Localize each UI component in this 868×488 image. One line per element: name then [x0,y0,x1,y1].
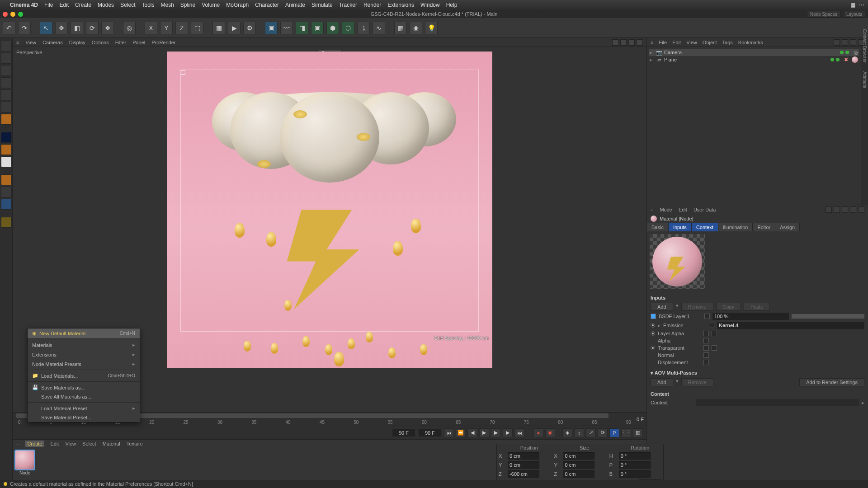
om-tags[interactable]: Tags [722,40,733,45]
vp-options[interactable]: Options [92,40,109,45]
edge-mode-icon[interactable] [1,89,12,100]
menu-spline[interactable]: Spline [180,2,195,8]
step-back-icon[interactable]: ⏪ [456,428,466,437]
redo-icon[interactable]: ↷ [18,22,31,34]
move-tool-icon[interactable]: ✥ [55,22,68,34]
content-browser-tab[interactable]: Content Browser [862,29,867,62]
material-thumb[interactable] [14,450,35,470]
enable-check[interactable] [651,314,656,319]
vp-panel[interactable]: Panel [132,40,145,45]
menu-create[interactable]: Create [75,2,91,8]
am-userdata[interactable]: User Data [693,207,716,212]
menu-volume[interactable]: Volume [202,2,220,8]
goto-end-icon[interactable]: ⏭ [514,428,524,437]
y-axis-icon[interactable]: Y [160,22,173,34]
radio-icon[interactable] [651,346,655,350]
rotate-tool-icon[interactable]: ⟳ [86,22,99,34]
remove-button[interactable]: Remove [681,303,713,311]
next-frame-icon[interactable]: ▶ [503,428,513,437]
size-z-field[interactable] [563,470,594,478]
attribute-tab[interactable]: Attribute [862,71,867,88]
tab-context[interactable]: Context [692,223,718,231]
coord-icon[interactable]: ⬚ [191,22,203,34]
polygon-mode-icon[interactable] [1,102,12,113]
om-view[interactable]: View [686,40,697,45]
om-file[interactable]: File [659,40,667,45]
menu-simulate[interactable]: Simulate [311,2,333,8]
x-axis-icon[interactable]: X [145,22,157,34]
am-lock-icon[interactable] [842,206,848,213]
tray-icon[interactable]: ▦ [850,2,855,8]
menu-extensions[interactable]: Extensions [387,2,414,8]
render-active-icon[interactable]: ▶ [228,22,241,34]
snap-icon[interactable] [1,144,12,155]
light-icon[interactable]: 💡 [425,22,438,34]
vp-prorender[interactable]: ProRender [151,40,175,45]
axis-icon[interactable] [1,114,12,125]
menu-modes[interactable]: Modes [98,2,114,8]
render-view-icon[interactable]: ▦ [212,22,225,34]
radio-icon[interactable] [651,323,655,328]
tab-inputs[interactable]: Inputs [669,223,692,231]
mat-menu-select[interactable]: Select [82,441,96,446]
snap-icon[interactable] [1,132,12,143]
key-param-icon[interactable]: P [609,428,619,437]
key-scale-icon[interactable]: ⤢ [586,428,596,437]
key-rot-icon[interactable]: ⟳ [598,428,608,437]
pos-y-field[interactable] [508,461,539,469]
prev-frame-icon[interactable]: ◀ [467,428,477,437]
model-mode-icon[interactable] [1,41,12,52]
close-icon[interactable] [3,12,8,17]
mograph-icon[interactable]: ⬡ [342,22,354,34]
check[interactable] [703,331,709,336]
menu-tracker[interactable]: Tracker [339,2,357,8]
vp-nav-icon[interactable] [628,39,635,46]
generator-icon[interactable]: ◨ [296,22,308,34]
workplane-icon[interactable] [1,65,12,76]
key-icon[interactable]: ◈ [562,428,572,437]
menu-character[interactable]: Character [255,2,279,8]
material-thumb-wrap[interactable]: Node [14,450,35,475]
zoom-icon[interactable] [18,12,23,17]
check[interactable] [712,331,717,336]
emission-value[interactable]: Kernel.4 [717,322,864,329]
visibility-dot[interactable] [845,51,849,54]
undo-icon[interactable]: ↶ [3,22,15,34]
key-pos-icon[interactable]: ↕ [574,428,584,437]
texture-mode-icon[interactable] [1,53,12,64]
key-pla-icon[interactable]: ⋮⋮ [621,428,631,437]
menu-tools[interactable]: Tools [142,2,154,8]
visibility-dot[interactable] [840,51,844,54]
check[interactable] [703,360,709,365]
pos-z-field[interactable] [508,470,539,478]
menu-window[interactable]: Window [420,2,440,8]
mograph-icon[interactable]: ⬢ [326,22,339,34]
object-row-camera[interactable]: ▸ 📷 Camera ◎ [649,49,859,56]
camera-tool-icon[interactable]: ◉ [410,22,422,34]
link-check[interactable] [704,314,710,319]
am-new-icon[interactable] [850,206,856,213]
tool-icon[interactable]: ❖ [101,22,114,34]
play-forward-icon[interactable]: ▶ [491,428,501,437]
size-x-field[interactable] [563,452,594,460]
current-frame-field[interactable]: 90 F [392,429,415,436]
menu-edit[interactable]: Edit [59,2,69,8]
aov-add-button[interactable]: Add [651,378,673,386]
add-to-render-button[interactable]: Add to Render Settings [799,378,864,386]
node-spaces-dropdown[interactable]: Node Spaces [807,11,840,18]
range-frame-field[interactable]: 90 F [419,429,441,436]
vp-display[interactable]: Display [69,40,85,45]
field-icon[interactable]: ∿ [373,22,385,34]
snap-icon[interactable] [1,217,12,228]
tool-icon[interactable]: ◎ [123,22,136,34]
radio-icon[interactable] [651,331,655,336]
aov-remove-button[interactable]: Remove [681,378,713,386]
key-icon[interactable]: ▥ [633,428,643,437]
material-tag-icon[interactable] [852,56,858,63]
om-search-icon[interactable] [834,39,840,46]
menu-help[interactable]: Help [446,2,458,8]
vp-filter[interactable]: Filter [115,40,126,45]
app-name[interactable]: Cinema 4D [10,2,38,8]
visibility-dot[interactable] [836,58,840,61]
right-dock-labels[interactable]: Content Browser Attribute [862,29,867,89]
